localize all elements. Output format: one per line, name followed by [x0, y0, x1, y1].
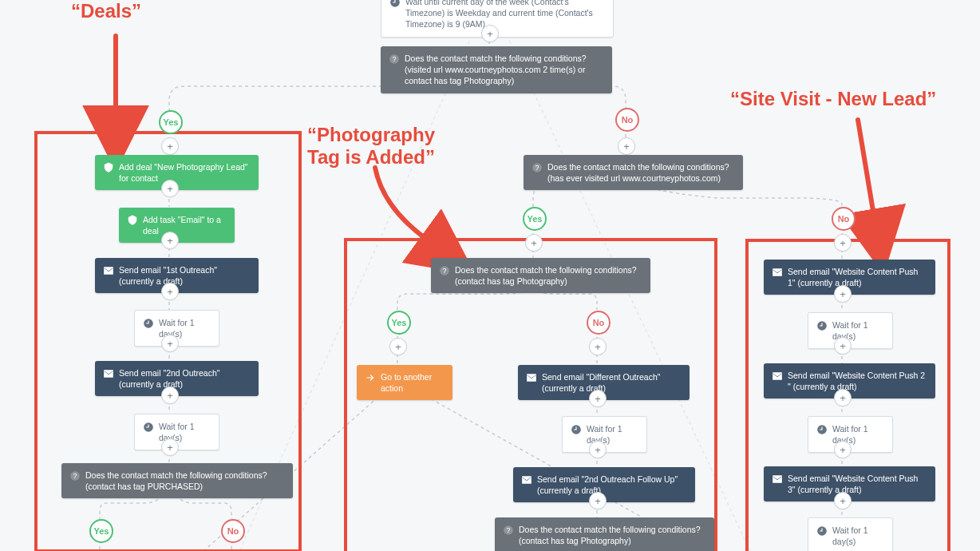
no-badge[interactable]: No — [221, 519, 245, 543]
node-label: Does the contact match the following con… — [455, 264, 642, 287]
clock-icon — [816, 320, 828, 331]
node-label: Send email "Website Content Push 2 " (cu… — [788, 370, 927, 392]
node-purchased-condition[interactable]: ? Does the contact match the following c… — [61, 463, 293, 498]
task-icon — [127, 215, 138, 226]
add-step[interactable]: + — [589, 441, 607, 458]
node-photo-condition[interactable]: ? Does the contact match the following c… — [381, 46, 612, 93]
node-label: Send email "Different Outreach" (current… — [542, 371, 682, 394]
annotation-lead: “Site Visit - New Lead” — [730, 88, 936, 110]
mail-icon — [521, 474, 532, 486]
mail-icon — [103, 265, 114, 276]
add-step[interactable]: + — [834, 441, 852, 458]
annotation-photo: “Photography Tag is Added” — [307, 124, 435, 168]
add-step[interactable]: + — [161, 232, 179, 249]
annotation-deals: “Deals” — [71, 0, 141, 22]
add-step[interactable]: + — [834, 389, 852, 406]
mail-icon — [772, 474, 783, 485]
question-icon: ? — [531, 162, 543, 173]
no-badge[interactable]: No — [832, 207, 856, 231]
automation-canvas: “Deals” “Photography Tag is Added” “Site… — [0, 0, 980, 551]
add-step[interactable]: + — [161, 438, 179, 456]
node-label: Send email "2nd Outreach Follow Up" (cur… — [537, 474, 687, 496]
node-tag-condition-2[interactable]: ? Does the contact match the following c… — [495, 517, 714, 551]
node-label: Wait for 1 day(s) — [832, 525, 884, 547]
clock-icon — [389, 0, 401, 8]
node-label: Does the contact match the following con… — [547, 161, 735, 184]
svg-text:?: ? — [73, 473, 77, 480]
add-step[interactable]: + — [618, 137, 635, 155]
add-step[interactable]: + — [481, 25, 499, 42]
node-site-condition[interactable]: ? Does the contact match the following c… — [524, 155, 743, 190]
add-step[interactable]: + — [161, 137, 179, 155]
add-step[interactable]: + — [589, 338, 607, 355]
add-step[interactable]: + — [389, 338, 407, 355]
clock-icon — [143, 318, 154, 329]
question-icon: ? — [439, 265, 450, 276]
deal-icon — [103, 162, 114, 173]
add-step[interactable]: + — [161, 386, 179, 404]
svg-text:?: ? — [393, 56, 397, 63]
add-step[interactable]: + — [834, 337, 852, 355]
svg-text:?: ? — [535, 165, 539, 172]
add-step[interactable]: + — [161, 283, 179, 300]
node-tag-condition[interactable]: ? Does the contact match the following c… — [431, 258, 650, 293]
svg-text:?: ? — [443, 268, 447, 275]
mail-icon — [526, 372, 537, 383]
node-label: Send email "Website Content Push 1" (cur… — [788, 266, 927, 288]
mail-icon — [772, 267, 783, 278]
node-wait-r3[interactable]: Wait for 1 day(s) — [808, 517, 893, 551]
svg-text:?: ? — [507, 527, 511, 534]
question-icon: ? — [69, 470, 81, 482]
add-step[interactable]: + — [161, 335, 179, 352]
mail-icon — [772, 371, 783, 382]
node-label: Does the contact match the following con… — [519, 524, 706, 546]
add-step[interactable]: + — [161, 180, 179, 197]
node-label: Wait until current day of the week (Cont… — [405, 0, 605, 30]
clock-icon — [571, 424, 582, 435]
add-step[interactable]: + — [525, 234, 543, 252]
clock-icon — [816, 525, 828, 537]
mail-icon — [103, 368, 114, 379]
add-step[interactable]: + — [834, 234, 852, 252]
node-label: Send email "Website Content Push 3" (cur… — [788, 473, 927, 495]
add-step[interactable]: + — [834, 285, 852, 303]
add-step[interactable]: + — [589, 492, 607, 509]
yes-badge[interactable]: Yes — [159, 110, 183, 134]
node-label: Send email "1st Outreach" (currently a d… — [119, 264, 251, 287]
no-badge[interactable]: No — [587, 311, 611, 335]
yes-badge[interactable]: Yes — [387, 311, 411, 335]
node-label: Does the contact match the following con… — [85, 470, 285, 492]
yes-badge[interactable]: Yes — [89, 519, 113, 543]
node-label: Send email "2nd Outreach" (currently a d… — [119, 367, 251, 390]
node-label: Go to another action — [381, 371, 445, 394]
clock-icon — [816, 424, 828, 435]
yes-badge[interactable]: Yes — [523, 207, 547, 231]
clock-icon — [143, 422, 154, 433]
node-label: Add task "Email" to a deal — [143, 214, 227, 236]
add-step[interactable]: + — [589, 390, 607, 407]
node-goto-action[interactable]: Go to another action — [357, 365, 452, 400]
question-icon: ? — [503, 525, 514, 536]
question-icon: ? — [389, 54, 400, 65]
node-label: Does the contact match the following con… — [405, 53, 604, 87]
goto-icon — [365, 372, 376, 383]
node-label: Add deal "New Photography Lead" for cont… — [119, 161, 251, 184]
no-badge[interactable]: No — [615, 108, 639, 132]
add-step[interactable]: + — [834, 492, 852, 509]
